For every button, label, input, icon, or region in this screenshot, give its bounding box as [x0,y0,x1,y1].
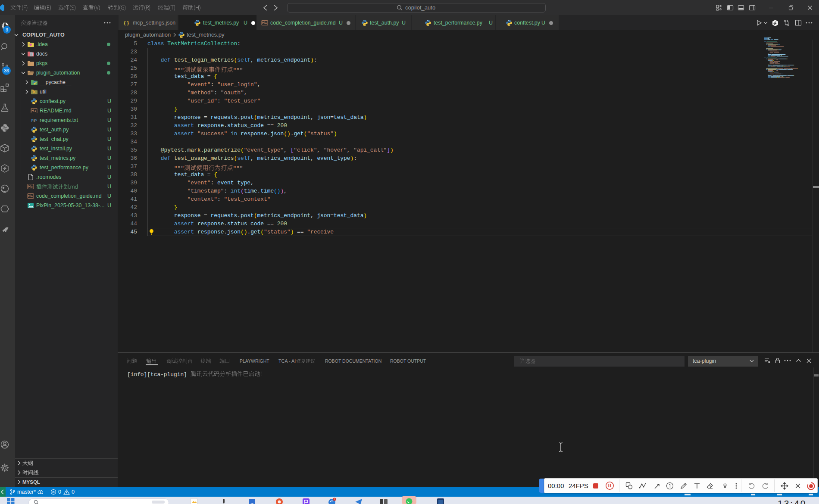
svg-text:1: 1 [334,498,335,501]
